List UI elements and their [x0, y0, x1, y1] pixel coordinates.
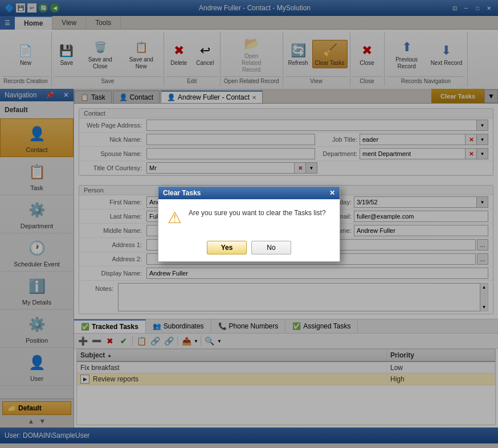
dialog-close-icon[interactable]: ✕ — [329, 189, 335, 197]
dialog-title: Clear Tasks — [163, 189, 201, 197]
dialog-message: Are you sure you want to clear the Tasks… — [189, 208, 326, 218]
clear-tasks-dialog: Clear Tasks ✕ ⚠ Are you sure you want to… — [158, 186, 340, 262]
dialog-body: ⚠ Are you sure you want to clear the Tas… — [158, 199, 340, 236]
dialog-titlebar: Clear Tasks ✕ — [158, 187, 340, 199]
warning-icon: ⚠ — [168, 208, 182, 227]
yes-button[interactable]: Yes — [207, 241, 247, 254]
no-button[interactable]: No — [251, 241, 291, 254]
dialog-overlay: Clear Tasks ✕ ⚠ Are you sure you want to… — [0, 0, 498, 448]
dialog-buttons: Yes No — [158, 236, 340, 261]
